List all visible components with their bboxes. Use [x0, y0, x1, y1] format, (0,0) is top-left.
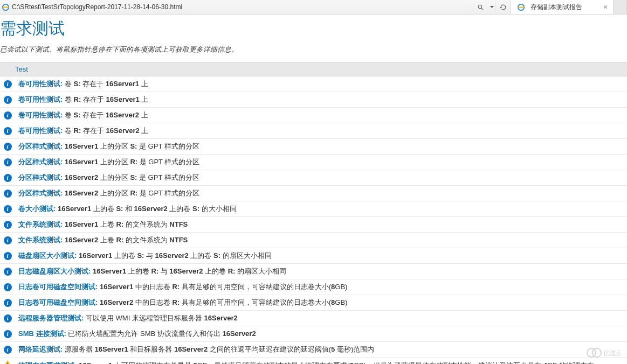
info-icon: i	[4, 174, 12, 182]
test-description: 16Server2 上的分区 R: 是 GPT 样式的分区	[63, 189, 199, 197]
table-row: i分区样式测试: 16Server1 上的分区 R: 是 GPT 样式的分区	[0, 155, 627, 170]
search-button[interactable]	[473, 0, 488, 15]
chevron-down-icon	[490, 6, 494, 8]
test-cell: 卷可用性测试: 卷 R: 存在于 16Server2 上	[15, 123, 627, 139]
test-cell: 卷可用性测试: 卷 R: 存在于 16Server1 上	[15, 92, 627, 108]
test-name[interactable]: 卷可用性测试:	[18, 80, 63, 88]
test-cell: 日志卷可用磁盘空间测试: 16Server1 中的日志卷 R: 具有足够的可用空…	[15, 279, 627, 295]
test-cell: 卷可用性测试: 卷 S: 存在于 16Server1 上	[15, 76, 627, 92]
test-description: 源服务器 16Server1 和目标服务器 16Server2 之间的往返平均延…	[63, 345, 374, 353]
test-name[interactable]: 远程服务器管理测试:	[18, 314, 84, 322]
page-content: 需求测试 已尝试以下测试。将鼠标指针悬停在下面的各项测试上可获取更多详细信息。 …	[0, 15, 627, 364]
test-cell: 文件系统测试: 16Server1 上卷 R: 的文件系统为 NTFS	[15, 217, 627, 233]
table-row: i日志磁盘扇区大小测试: 16Server1 上的卷 R: 与 16Server…	[0, 264, 627, 279]
info-icon-cell: i	[0, 170, 15, 186]
info-icon-cell: i	[0, 92, 15, 108]
refresh-button[interactable]	[495, 0, 511, 15]
test-name[interactable]: 文件系统测试:	[18, 220, 63, 228]
info-icon: i	[4, 96, 12, 104]
warning-icon	[3, 360, 12, 364]
info-icon-cell: i	[0, 155, 15, 170]
table-row: i日志卷可用磁盘空间测试: 16Server1 中的日志卷 R: 具有足够的可用…	[0, 279, 627, 295]
info-icon-cell: i	[0, 139, 15, 155]
info-icon: i	[4, 111, 12, 120]
table-row: i日志卷可用磁盘空间测试: 16Server2 中的日志卷 R: 具有足够的可用…	[0, 295, 627, 311]
test-cell: 分区样式测试: 16Server1 上的分区 R: 是 GPT 样式的分区	[15, 155, 627, 170]
table-row: i网络延迟测试: 源服务器 16Server1 和目标服务器 16Server2…	[0, 342, 627, 358]
test-name[interactable]: SMB 连接测试:	[18, 330, 66, 338]
table-row: i卷可用性测试: 卷 S: 存在于 16Server2 上	[0, 108, 627, 123]
test-description: 16Server1 上的卷 S: 与 16Server2 上的卷 S: 的扇区大…	[77, 251, 271, 260]
test-name[interactable]: 卷可用性测试:	[18, 111, 63, 119]
tab-bar: 存储副本测试报告 ×	[511, 0, 627, 14]
test-name[interactable]: 日志磁盘扇区大小测试:	[18, 267, 91, 275]
tab-close-button[interactable]: ×	[602, 3, 609, 11]
info-icon: i	[4, 143, 12, 151]
test-description: 16Server2 中的日志卷 R: 具有足够的可用空间，可容纳建议的日志卷大小…	[98, 298, 347, 306]
info-icon: i	[4, 268, 12, 276]
table-row: i远程服务器管理测试: 可以使用 WMI 来远程管理目标服务器 16Server…	[0, 311, 627, 326]
test-cell: 磁盘扇区大小测试: 16Server1 上的卷 S: 与 16Server2 上…	[15, 248, 627, 264]
search-dropdown[interactable]	[488, 0, 495, 15]
info-icon-cell: i	[0, 76, 15, 92]
test-cell: 远程服务器管理测试: 可以使用 WMI 来远程管理目标服务器 16Server2	[15, 311, 627, 326]
test-name[interactable]: 卷大小测试:	[18, 205, 56, 213]
info-icon: i	[4, 127, 12, 135]
test-cell: 分区样式测试: 16Server2 上的分区 R: 是 GPT 样式的分区	[15, 186, 627, 201]
table-row: i文件系统测试: 16Server2 上卷 R: 的文件系统为 NTFS	[0, 233, 627, 248]
test-cell: 分区样式测试: 16Server2 上的分区 S: 是 GPT 样式的分区	[15, 170, 627, 186]
info-icon: i	[4, 158, 12, 166]
tab-title: 存储副本测试报告	[530, 3, 599, 12]
test-name[interactable]: 网络延迟测试:	[18, 345, 63, 353]
test-description: 16Server1 中的日志卷 R: 具有足够的可用空间，可容纳建议的日志卷大小…	[98, 283, 347, 291]
browser-tab[interactable]: 存储副本测试报告 ×	[511, 0, 614, 14]
table-row: i分区样式测试: 16Server1 上的分区 S: 是 GPT 样式的分区	[0, 139, 627, 155]
svg-line-2	[481, 8, 483, 10]
address-bar[interactable]	[12, 1, 473, 13]
table-row: i卷可用性测试: 卷 S: 存在于 16Server1 上	[0, 76, 627, 92]
test-cell: SMB 连接测试: 已将防火墙配置为允许 SMB 协议流量传入和传出 16Ser…	[15, 326, 627, 342]
test-name[interactable]: 日志卷可用磁盘空间测试:	[18, 283, 98, 291]
info-icon: i	[4, 346, 12, 354]
info-icon: i	[4, 299, 12, 307]
test-description: 卷 S: 存在于 16Server2 上	[63, 111, 148, 119]
results-header: Test	[0, 62, 627, 76]
test-name[interactable]: 分区样式测试:	[18, 158, 63, 166]
test-cell: 卷可用性测试: 卷 S: 存在于 16Server2 上	[15, 108, 627, 123]
test-name[interactable]: 分区样式测试:	[18, 189, 63, 197]
test-name[interactable]: 日志卷可用磁盘空间测试:	[18, 298, 98, 306]
test-name[interactable]: 卷可用性测试:	[18, 95, 63, 103]
test-cell: 物理内存要求测试: 16Server1 上可用的物理内存总量是 2GB。虽然满足…	[15, 358, 627, 365]
info-icon: i	[4, 314, 12, 323]
test-name[interactable]: 磁盘扇区大小测试:	[18, 251, 77, 260]
info-icon-cell: i	[0, 217, 15, 233]
svg-point-1	[478, 5, 482, 9]
table-row: i文件系统测试: 16Server1 上卷 R: 的文件系统为 NTFS	[0, 217, 627, 233]
test-description: 16Server1 上的卷 R: 与 16Server2 上的卷 R: 的扇区大…	[91, 267, 286, 275]
results-table: Test i卷可用性测试: 卷 S: 存在于 16Server1 上i卷可用性测…	[0, 62, 627, 364]
test-description: 卷 R: 存在于 16Server2 上	[63, 127, 148, 135]
test-description: 16Server1 上的卷 S: 和 16Server2 上的卷 S: 的大小相…	[56, 205, 236, 213]
search-icon	[477, 4, 484, 11]
test-name[interactable]: 物理内存要求测试:	[18, 361, 77, 365]
test-description: 卷 R: 存在于 16Server1 上	[63, 95, 148, 103]
test-description: 可以使用 WMI 来远程管理目标服务器 16Server2	[84, 314, 237, 322]
table-row: i卷可用性测试: 卷 R: 存在于 16Server2 上	[0, 123, 627, 139]
test-name[interactable]: 卷可用性测试:	[18, 127, 63, 135]
test-name[interactable]: 分区样式测试:	[18, 173, 63, 181]
browser-chrome: 存储副本测试报告 ×	[0, 0, 627, 15]
page-hint: 已尝试以下测试。将鼠标指针悬停在下面的各项测试上可获取更多详细信息。	[0, 44, 627, 62]
test-name[interactable]: 文件系统测试:	[18, 236, 63, 244]
test-cell: 日志卷可用磁盘空间测试: 16Server2 中的日志卷 R: 具有足够的可用空…	[15, 295, 627, 311]
test-cell: 分区样式测试: 16Server1 上的分区 S: 是 GPT 样式的分区	[15, 139, 627, 155]
info-icon-cell: i	[0, 342, 15, 358]
test-name[interactable]: 分区样式测试:	[18, 142, 63, 150]
table-row: i磁盘扇区大小测试: 16Server1 上的卷 S: 与 16Server2 …	[0, 248, 627, 264]
info-icon-cell: i	[0, 233, 15, 248]
info-icon: i	[4, 330, 12, 338]
warning-icon-cell	[0, 358, 15, 365]
info-icon: i	[4, 221, 12, 229]
new-tab-button[interactable]	[614, 0, 627, 14]
info-icon: i	[4, 236, 12, 244]
test-description: 16Server1 上卷 R: 的文件系统为 NTFS	[63, 220, 188, 228]
